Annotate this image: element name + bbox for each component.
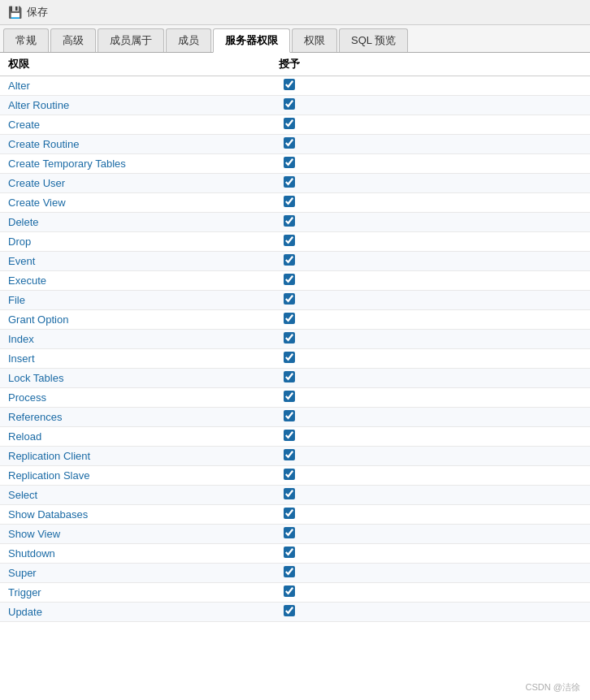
- privilege-checkbox[interactable]: [284, 430, 295, 441]
- empty-cell: [330, 525, 590, 544]
- privilege-grant-cell[interactable]: [249, 96, 330, 115]
- tab-members[interactable]: 成员: [166, 28, 211, 52]
- privilege-name: Drop: [0, 232, 249, 252]
- privilege-checkbox[interactable]: [284, 157, 295, 168]
- tab-general[interactable]: 常规: [3, 28, 49, 52]
- empty-cell: [330, 115, 590, 135]
- privilege-name: Trigger: [0, 583, 249, 603]
- table-row: Process: [0, 388, 590, 408]
- privilege-checkbox[interactable]: [284, 293, 295, 305]
- empty-cell: [330, 408, 590, 427]
- privilege-grant-cell[interactable]: [249, 252, 330, 271]
- privilege-checkbox[interactable]: [284, 79, 295, 90]
- privilege-name: Alter Routine: [0, 96, 249, 115]
- privilege-checkbox[interactable]: [284, 449, 295, 460]
- privilege-grant-cell[interactable]: [249, 447, 330, 466]
- tab-sql-preview[interactable]: SQL 预览: [339, 28, 408, 52]
- privilege-grant-cell[interactable]: [249, 349, 330, 369]
- privilege-checkbox[interactable]: [284, 215, 295, 227]
- privilege-checkbox[interactable]: [284, 332, 295, 344]
- privilege-grant-cell[interactable]: [249, 232, 330, 252]
- tab-member-of[interactable]: 成员属于: [98, 28, 164, 52]
- privilege-grant-cell[interactable]: [249, 213, 330, 232]
- privilege-grant-cell[interactable]: [249, 291, 330, 310]
- empty-cell: [330, 330, 590, 349]
- privilege-checkbox[interactable]: [284, 605, 295, 616]
- empty-cell: [330, 135, 590, 154]
- privilege-checkbox[interactable]: [284, 469, 295, 480]
- privilege-checkbox[interactable]: [284, 547, 295, 558]
- privilege-checkbox[interactable]: [284, 410, 295, 421]
- col-header-grant: 授予: [249, 53, 330, 76]
- privilege-grant-cell[interactable]: [249, 388, 330, 408]
- privilege-grant-cell[interactable]: [249, 525, 330, 544]
- tab-server-privileges[interactable]: 服务器权限: [213, 28, 290, 53]
- empty-cell: [330, 96, 590, 115]
- privilege-checkbox[interactable]: [284, 527, 295, 538]
- privilege-checkbox[interactable]: [284, 118, 295, 129]
- privilege-name: Lock Tables: [0, 369, 249, 388]
- empty-cell: [330, 369, 590, 388]
- privilege-checkbox[interactable]: [284, 176, 295, 188]
- privilege-name: References: [0, 408, 249, 427]
- privilege-grant-cell[interactable]: [249, 154, 330, 174]
- content-area: 权限 授予 AlterAlter RoutineCreateCreate Rou…: [0, 53, 590, 622]
- privilege-name: Process: [0, 388, 249, 408]
- empty-cell: [330, 76, 590, 96]
- privilege-grant-cell[interactable]: [249, 544, 330, 564]
- privilege-checkbox[interactable]: [284, 566, 295, 577]
- privilege-grant-cell[interactable]: [249, 174, 330, 193]
- privilege-checkbox[interactable]: [284, 98, 295, 110]
- title-bar: 💾 保存: [0, 0, 590, 25]
- privilege-checkbox[interactable]: [284, 313, 295, 324]
- privilege-grant-cell[interactable]: [249, 408, 330, 427]
- table-row: Create: [0, 115, 590, 135]
- privilege-checkbox[interactable]: [284, 391, 295, 402]
- privilege-grant-cell[interactable]: [249, 603, 330, 622]
- empty-cell: [330, 427, 590, 447]
- privilege-checkbox[interactable]: [284, 254, 295, 266]
- empty-cell: [330, 193, 590, 213]
- table-row: File: [0, 291, 590, 310]
- tab-advanced[interactable]: 高级: [50, 28, 96, 52]
- table-row: Replication Slave: [0, 466, 590, 486]
- table-row: Event: [0, 252, 590, 271]
- col-header-privilege: 权限: [0, 53, 249, 76]
- privilege-grant-cell[interactable]: [249, 330, 330, 349]
- empty-cell: [330, 213, 590, 232]
- privilege-checkbox[interactable]: [284, 274, 295, 285]
- privilege-checkbox[interactable]: [284, 508, 295, 519]
- privilege-checkbox[interactable]: [284, 235, 295, 246]
- privilege-checkbox[interactable]: [284, 352, 295, 363]
- empty-cell: [330, 544, 590, 564]
- privilege-grant-cell[interactable]: [249, 369, 330, 388]
- privilege-grant-cell[interactable]: [249, 115, 330, 135]
- privilege-grant-cell[interactable]: [249, 583, 330, 603]
- table-row: Grant Option: [0, 310, 590, 330]
- privilege-grant-cell[interactable]: [249, 310, 330, 330]
- empty-cell: [330, 291, 590, 310]
- privilege-grant-cell[interactable]: [249, 135, 330, 154]
- privilege-grant-cell[interactable]: [249, 427, 330, 447]
- empty-cell: [330, 447, 590, 466]
- privilege-grant-cell[interactable]: [249, 271, 330, 291]
- privilege-checkbox[interactable]: [284, 488, 295, 499]
- table-row: Shutdown: [0, 544, 590, 564]
- privilege-checkbox[interactable]: [284, 371, 295, 382]
- privilege-grant-cell[interactable]: [249, 76, 330, 96]
- privilege-name: File: [0, 291, 249, 310]
- tab-privileges[interactable]: 权限: [292, 28, 337, 52]
- privilege-grant-cell[interactable]: [249, 564, 330, 583]
- empty-cell: [330, 505, 590, 525]
- privilege-name: Super: [0, 564, 249, 583]
- privilege-checkbox[interactable]: [284, 585, 295, 597]
- privilege-checkbox[interactable]: [284, 196, 295, 207]
- table-row: Execute: [0, 271, 590, 291]
- privilege-grant-cell[interactable]: [249, 505, 330, 525]
- table-row: Create Routine: [0, 135, 590, 154]
- privilege-grant-cell[interactable]: [249, 193, 330, 213]
- table-row: Reload: [0, 427, 590, 447]
- privilege-grant-cell[interactable]: [249, 466, 330, 486]
- privilege-checkbox[interactable]: [284, 137, 295, 149]
- privilege-grant-cell[interactable]: [249, 486, 330, 505]
